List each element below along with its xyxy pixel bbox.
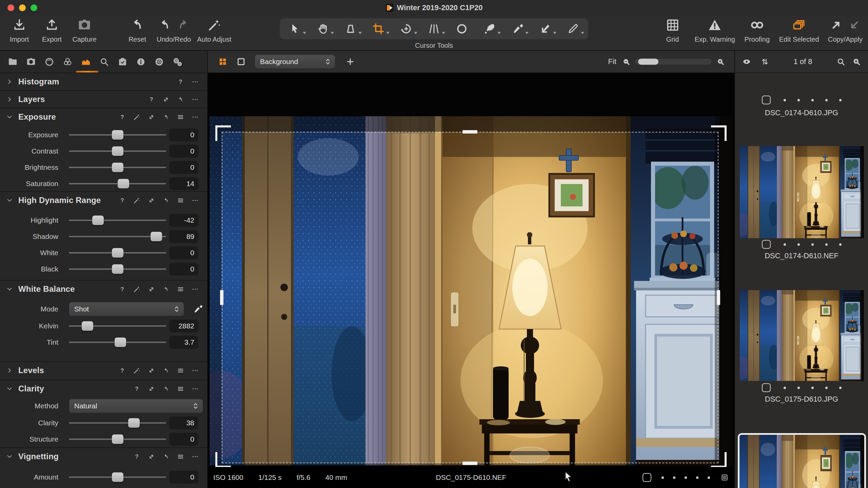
more-options-icon[interactable] xyxy=(191,96,199,103)
single-view-icon[interactable] xyxy=(236,57,246,66)
tab-adjustments[interactable] xyxy=(117,57,128,67)
close-window-button[interactable] xyxy=(7,4,14,11)
help-icon[interactable]: ? xyxy=(133,385,141,393)
slider-thumb[interactable] xyxy=(128,418,140,428)
exposure-slider[interactable] xyxy=(69,134,166,136)
proofing-button[interactable]: Proofing xyxy=(744,18,770,43)
redo-icon[interactable] xyxy=(176,18,190,32)
minimize-window-button[interactable] xyxy=(19,4,26,11)
edit-selected-button[interactable]: Edit Selected xyxy=(779,18,819,43)
expand-panel-icon[interactable] xyxy=(147,113,155,121)
panel-header-hdr[interactable]: High Dynamic Range ? xyxy=(0,192,207,209)
help-icon[interactable]: ? xyxy=(133,453,141,461)
presets-icon[interactable] xyxy=(177,385,184,393)
slider-value[interactable]: 0 xyxy=(169,145,198,158)
white-slider[interactable] xyxy=(69,252,166,253)
thumbnail-zoom-icon[interactable] xyxy=(852,57,861,66)
rating-dots[interactable] xyxy=(784,387,842,389)
saturation-slider[interactable] xyxy=(69,183,166,184)
presets-icon[interactable] xyxy=(177,453,184,461)
select-checkbox[interactable] xyxy=(762,96,771,104)
grid-button[interactable]: Grid xyxy=(659,18,686,43)
crop-corner-handle[interactable] xyxy=(215,125,231,141)
tab-color[interactable] xyxy=(62,57,73,67)
zoom-slider-thumb[interactable] xyxy=(638,59,658,65)
sort-icon[interactable] xyxy=(760,57,770,66)
reset-panel-icon[interactable] xyxy=(162,453,170,461)
tab-library[interactable] xyxy=(7,57,18,67)
slider-thumb[interactable] xyxy=(151,232,162,241)
tab-capture[interactable] xyxy=(26,57,36,67)
more-options-icon[interactable] xyxy=(191,285,199,293)
slider-value[interactable]: 0 xyxy=(169,161,198,174)
help-icon[interactable]: ? xyxy=(118,113,126,121)
undo-redo-button[interactable]: Undo/Redo xyxy=(157,18,191,43)
more-options-icon[interactable] xyxy=(191,453,199,461)
crop-rectangle[interactable] xyxy=(222,132,718,463)
loupe-tool[interactable] xyxy=(344,22,357,35)
panel-header-layers[interactable]: Layers ? xyxy=(0,91,207,108)
slider-value[interactable]: 0 xyxy=(169,263,198,276)
white-balance-picker-icon[interactable] xyxy=(192,304,203,314)
slider-thumb[interactable] xyxy=(118,179,129,188)
list-view-icon[interactable] xyxy=(720,473,729,482)
rating-dots[interactable] xyxy=(784,243,842,246)
wb-mode-select[interactable]: Shot xyxy=(69,302,184,316)
slider-thumb[interactable] xyxy=(112,248,123,258)
rating-dots[interactable] xyxy=(784,99,842,101)
slider-thumb[interactable] xyxy=(115,338,126,347)
thumbnail-filename[interactable]: DSC_0174-D610.JPG xyxy=(735,108,868,117)
tab-exposure[interactable] xyxy=(81,57,91,67)
eye-filter-icon[interactable] xyxy=(742,57,751,66)
slider-value[interactable]: 0 xyxy=(169,246,198,259)
slider-thumb[interactable] xyxy=(112,434,123,444)
help-icon[interactable]: ? xyxy=(147,96,155,103)
search-icon[interactable] xyxy=(836,57,846,66)
slider-value[interactable]: 3.7 xyxy=(169,336,198,349)
slider-thumb[interactable] xyxy=(112,146,123,156)
contrast-slider[interactable] xyxy=(69,150,166,152)
more-options-icon[interactable] xyxy=(191,367,199,374)
expand-panel-icon[interactable] xyxy=(147,453,155,461)
slider-thumb[interactable] xyxy=(112,130,123,140)
thumbnail-image[interactable] xyxy=(740,146,864,238)
reset-panel-icon[interactable] xyxy=(162,385,170,393)
zoom-out-icon[interactable] xyxy=(622,57,631,66)
panel-header-vignetting[interactable]: Vignetting ? xyxy=(0,448,207,465)
crop-corner-handle[interactable] xyxy=(711,125,727,141)
zoom-fit-label[interactable]: Fit xyxy=(608,57,616,66)
capture-button[interactable]: Capture xyxy=(71,18,98,43)
reset-panel-icon[interactable] xyxy=(162,197,170,204)
slider-thumb[interactable] xyxy=(92,216,104,225)
auto-adjust-icon[interactable] xyxy=(133,113,141,121)
rotation-tool[interactable] xyxy=(400,22,413,35)
keystone-tool[interactable] xyxy=(428,22,440,35)
shadow-slider[interactable] xyxy=(69,236,166,237)
draw-mask-tool[interactable] xyxy=(483,22,496,35)
panel-header-white-balance[interactable]: White Balance ? xyxy=(0,281,207,298)
crop-edge-handle[interactable] xyxy=(220,290,223,305)
more-options-icon[interactable] xyxy=(191,113,199,121)
thumbnail-filename[interactable]: DSC_0174-D610.NEF xyxy=(735,251,868,260)
tab-batch[interactable] xyxy=(172,57,183,67)
crop-edge-handle[interactable] xyxy=(462,130,477,134)
help-icon[interactable]: ? xyxy=(118,367,126,374)
undo-icon[interactable] xyxy=(158,18,172,32)
thumbnail-image[interactable] xyxy=(740,290,864,381)
layer-selector[interactable]: Background xyxy=(255,55,335,69)
spot-removal-tool[interactable] xyxy=(455,22,468,35)
slider-thumb[interactable] xyxy=(112,472,123,482)
auto-adjust-button[interactable]: Auto Adjust xyxy=(197,18,231,43)
more-options-icon[interactable] xyxy=(191,78,199,86)
slider-value[interactable]: 2882 xyxy=(169,320,198,332)
slider-thumb[interactable] xyxy=(82,321,93,331)
tab-details[interactable] xyxy=(99,57,110,67)
auto-adjust-icon[interactable] xyxy=(133,197,141,204)
slider-thumb[interactable] xyxy=(112,264,123,274)
crop-edge-handle[interactable] xyxy=(717,290,720,305)
panel-header-histogram[interactable]: Histogram ? xyxy=(0,73,207,90)
slider-value[interactable]: 0 xyxy=(169,128,198,141)
slider-value[interactable]: 89 xyxy=(169,230,198,243)
reset-panel-icon[interactable] xyxy=(162,367,170,374)
expand-panel-icon[interactable] xyxy=(147,385,155,393)
